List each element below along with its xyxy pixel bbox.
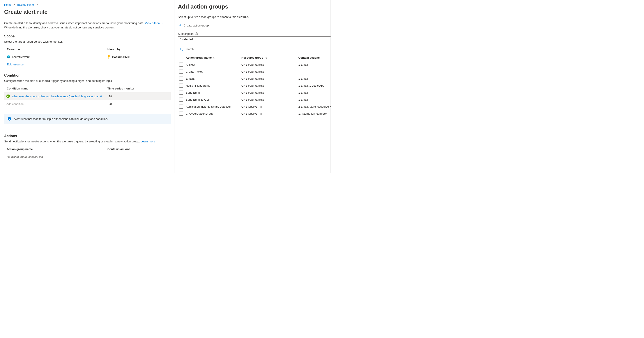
action-group-row[interactable]: Send EmailCH1-FabrikamRG1 Email [178, 89, 330, 96]
ag-resource-group: CH1-FabrikamRG [242, 70, 298, 73]
create-action-group-button[interactable]: + Create action group [178, 22, 210, 28]
ag-name: CPUAlertActionGroup [186, 112, 242, 115]
add-action-groups-panel: Add action groups Select up to five acti… [174, 0, 330, 172]
search-icon [180, 48, 183, 51]
col-ag-name[interactable]: Action group name ↑↓ [186, 56, 242, 59]
action-group-row[interactable]: Notify IT leadershipCH1-FabrikamRG1 Emai… [178, 82, 330, 89]
condition-link[interactable]: Whenever the count of backup health even… [12, 95, 102, 98]
action-group-row[interactable]: Application Insights Smart DetectionCH1-… [178, 103, 330, 110]
ag-actions: 1 Email [298, 98, 330, 101]
info-bar: Alert rules that monitor multiple dimens… [4, 114, 171, 124]
condition-table: Condition name Time series monitor Whene… [4, 86, 171, 108]
checkbox[interactable] [179, 77, 183, 81]
subscription-select[interactable]: 3 selected [178, 36, 330, 42]
checkbox[interactable] [179, 63, 183, 66]
actions-heading: Actions [4, 134, 171, 138]
panel-subtext: Select up to five action groups to attac… [178, 15, 330, 18]
resource-name: azurefilesvault [12, 55, 30, 59]
subscription-label-text: Subscription [178, 32, 194, 35]
col-contain-actions: Contain actions [298, 56, 330, 59]
ag-actions: 1 Email [298, 77, 330, 80]
more-icon[interactable]: ··· [50, 10, 55, 14]
panel-title: Add action groups [178, 3, 330, 10]
no-action-group-text: No action group selected yet [4, 153, 171, 158]
svg-point-1 [108, 55, 110, 57]
search-input-wrapper[interactable] [178, 46, 330, 52]
col-time-series: Time series monitor [107, 87, 171, 90]
add-condition-row[interactable]: Add condition 28 [4, 100, 171, 108]
checkbox[interactable] [179, 70, 183, 73]
add-condition-label: Add condition [6, 102, 24, 106]
action-group-row[interactable]: AniTestCH1-FabrikamRG1 Email [178, 61, 330, 68]
svg-line-11 [182, 50, 183, 50]
checkbox[interactable] [179, 98, 183, 102]
condition-row[interactable]: Whenever the count of backup health even… [4, 92, 171, 100]
edit-resource-link[interactable]: Edit resource [4, 61, 24, 66]
col-condition-name: Condition name [4, 87, 107, 90]
scope-table: Resource Hierarchy azurefilesvault Backu… [4, 46, 171, 61]
col-resource: Resource [4, 48, 107, 51]
action-group-row[interactable]: Create TicketCH1-FabrikamRG [178, 68, 330, 75]
ag-name: EmailS [186, 77, 242, 80]
col-contains-actions: Contains actions [107, 148, 171, 151]
ag-resource-group: CH1-FabrikamRG [242, 84, 298, 87]
svg-rect-3 [109, 58, 110, 58]
actions-table-header: Action group name Contains actions [4, 146, 171, 153]
checkbox[interactable] [179, 105, 183, 109]
actions-subtext: Send notifications or invoke actions whe… [4, 140, 171, 143]
ag-actions: 1 Email, 1 Logic App [298, 84, 330, 87]
scope-heading: Scope [4, 34, 171, 38]
svg-text:i: i [196, 33, 196, 35]
col-resource-group[interactable]: Resource group ↑↓ [242, 56, 298, 59]
col-hierarchy: Hierarchy [107, 48, 171, 51]
chevron-right-icon: > [14, 3, 15, 6]
col-ag-name-label: Action group name [186, 56, 212, 59]
breadcrumb-home[interactable]: Home [4, 3, 12, 6]
ag-resource-group: CH1-OpsRG-Pri [242, 112, 298, 115]
svg-rect-6 [9, 119, 10, 120]
ag-actions: 1 Automation Runbook [298, 112, 330, 115]
ag-resource-group: CH1-FabrikamRG [242, 98, 298, 101]
action-group-row[interactable]: CPUAlertActionGroupCH1-OpsRG-Pri1 Automa… [178, 110, 330, 117]
action-group-table-header: Action group name ↑↓ Resource group ↑↓ C… [178, 54, 330, 61]
ag-name: Application Insights Smart Detection [186, 105, 242, 108]
breadcrumb-backup-center[interactable]: Backup center [17, 3, 35, 6]
condition-ts-value: 28 [107, 95, 171, 98]
check-circle-icon [6, 95, 10, 98]
ag-name: Send Email to Ops [186, 98, 242, 101]
page-title: Create alert rule [4, 8, 48, 15]
hierarchy-name: Backup PM S [112, 55, 130, 59]
intro-text: Create an alert rule to identify and add… [4, 21, 171, 29]
checkbox[interactable] [179, 112, 183, 116]
create-action-group-label: Create action group [184, 24, 209, 27]
search-input[interactable] [185, 47, 329, 51]
scope-row: azurefilesvault Backup PM S [4, 53, 171, 61]
col-resource-group-label: Resource group [242, 56, 263, 59]
sort-icon: ↑↓ [213, 56, 215, 59]
ag-resource-group: CH1-FabrikamRG [242, 77, 298, 80]
intro-text-1: Create an alert rule to identify and add… [4, 21, 145, 25]
key-icon [107, 55, 110, 59]
learn-more-link[interactable]: Learn more [141, 140, 155, 143]
condition-heading: Condition [4, 73, 171, 77]
ag-name: Send Email [186, 91, 242, 94]
svg-point-0 [7, 55, 10, 57]
actions-sub-text: Send notifications or invoke actions whe… [4, 140, 141, 143]
help-icon[interactable]: i [195, 32, 198, 35]
ag-name: Notify IT leadership [186, 84, 242, 87]
view-tutorial-link[interactable]: View tutorial → [145, 21, 164, 25]
action-group-row[interactable]: EmailSCH1-FabrikamRG1 Email [178, 75, 330, 82]
vault-icon [7, 55, 10, 59]
ag-name: Create Ticket [186, 70, 242, 73]
subscription-label: Subscription i [178, 32, 330, 35]
checkbox[interactable] [179, 84, 183, 88]
checkbox[interactable] [179, 91, 183, 95]
main-content: Home > Backup center > Create alert rule… [0, 0, 174, 172]
breadcrumb: Home > Backup center > [4, 3, 171, 6]
info-text: Alert rules that monitor multiple dimens… [14, 117, 108, 121]
add-condition-ts: 28 [107, 102, 171, 106]
ag-actions: 1 Email [298, 91, 330, 94]
info-icon [8, 117, 11, 121]
action-group-row[interactable]: Send Email to OpsCH1-FabrikamRG1 Email [178, 96, 330, 103]
condition-subtext: Configure when the alert rule should tri… [4, 79, 171, 82]
